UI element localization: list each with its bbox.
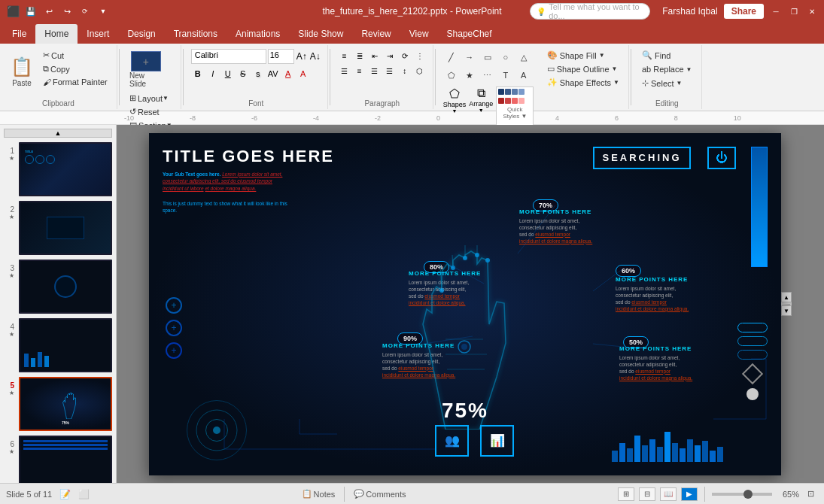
shape-fill-button[interactable]: 🎨 Shape Fill ▼ <box>544 49 622 62</box>
repeat-icon[interactable]: ⟳ <box>78 5 92 18</box>
slide-canvas[interactable]: TITLE GOES HERE Your Sub Text goes here.… <box>149 133 781 475</box>
tab-view[interactable]: View <box>400 24 438 44</box>
align-center-button[interactable]: ≡ <box>353 64 366 77</box>
restore-button[interactable]: ❐ <box>788 5 800 17</box>
star-shape-btn[interactable]: ★ <box>461 67 478 83</box>
charspacing-button[interactable]: AV <box>266 67 280 80</box>
pill-1 <box>737 323 768 332</box>
right-pill-stack <box>737 323 768 400</box>
find-button[interactable]: 🔍 Find <box>639 49 673 62</box>
shape-outline-button[interactable]: ▭ Shape Outline ▼ <box>544 62 622 75</box>
circle-shape-btn[interactable]: ○ <box>497 49 514 65</box>
scroll-down-arrow[interactable]: ▼ <box>781 305 792 316</box>
redo-icon[interactable]: ↪ <box>60 5 74 18</box>
text-direction-button[interactable]: ⟳ <box>398 49 412 62</box>
reading-view-button[interactable]: 📖 <box>660 487 677 501</box>
pentagon-shape-btn[interactable]: ⬠ <box>443 67 460 83</box>
new-slide-button[interactable]: + New Slide <box>127 49 165 90</box>
slide-thumb-5[interactable]: 5 ★ 75% <box>4 377 112 431</box>
slide-thumb-4[interactable]: 4 ★ <box>4 318 112 372</box>
comments-button[interactable]: 💬 Comments <box>350 487 409 500</box>
slide-thumb-1[interactable]: 1 ★ TITLE <box>4 142 112 196</box>
quick-styles-button[interactable]: QuickStyles ▼ <box>496 87 534 128</box>
textcolor-button[interactable]: A <box>296 67 310 80</box>
replace-button[interactable]: ab Replace ▼ <box>639 63 695 75</box>
select-button[interactable]: ⊹ Select ▼ <box>639 77 686 90</box>
scroll-up-arrow[interactable]: ▲ <box>781 292 792 302</box>
svg-point-9 <box>439 288 444 293</box>
customize-icon[interactable]: ▼ <box>96 5 110 18</box>
vertical-scrollbar[interactable]: ▲ ▼ <box>781 292 792 316</box>
numbering-button[interactable]: ≣ <box>353 49 366 62</box>
slide-thumb-6[interactable]: 6 ★ <box>4 436 112 483</box>
font-name-dropdown[interactable]: Calibri <box>191 49 266 64</box>
tab-home[interactable]: Home <box>35 24 78 44</box>
share-button[interactable]: Share <box>724 4 764 19</box>
tab-design[interactable]: Design <box>118 24 164 44</box>
format-painter-button[interactable]: 🖌 Format Painter <box>40 76 111 88</box>
smartart-convert-button[interactable]: ⬡ <box>413 64 427 77</box>
normal-view-button[interactable]: ⊞ <box>618 487 634 501</box>
arrow-shape-btn[interactable]: → <box>461 49 478 65</box>
reset-button[interactable]: ↺ Reset <box>127 106 162 117</box>
slideshow-button[interactable]: ▶ <box>681 487 698 501</box>
shape-fill-dropdown-icon: ▼ <box>599 52 605 59</box>
qs-swatch-3 <box>512 89 518 95</box>
notes-button[interactable]: 📋 Notes <box>298 487 339 500</box>
tab-review[interactable]: Review <box>352 24 400 44</box>
arrange-button[interactable]: ⧉ Arrange ▼ <box>469 87 493 128</box>
tell-me-input[interactable]: 💡 Tell me what you want to do... <box>530 3 650 20</box>
underline-button[interactable]: U <box>221 67 235 80</box>
bullets-button[interactable]: ≡ <box>338 49 351 62</box>
shape-outline-icon: ▭ <box>547 64 555 74</box>
font-size-dropdown[interactable]: 16 <box>268 49 294 64</box>
paste-button[interactable]: 📋 Paste <box>6 49 38 94</box>
zoom-thumb[interactable] <box>743 490 753 499</box>
tab-animations[interactable]: Animations <box>227 24 289 44</box>
italic-button[interactable]: I <box>206 67 220 80</box>
slide-panel: ▲ 1 ★ TITLE 2 ★ <box>0 125 117 483</box>
shape-effects-icon: ✨ <box>547 77 558 87</box>
undo-icon[interactable]: ↩ <box>42 5 56 18</box>
align-left-button[interactable]: ☰ <box>338 64 351 77</box>
layout-button[interactable]: ⊞ Layout ▼ <box>127 93 171 104</box>
minimize-button[interactable]: ─ <box>770 5 782 17</box>
bold-button[interactable]: B <box>191 67 205 80</box>
align-right-button[interactable]: ☰ <box>368 64 382 77</box>
cut-button[interactable]: ✂ Cut <box>40 49 111 62</box>
fit-slide-button[interactable]: ⊡ <box>804 487 818 500</box>
shape-effects-button[interactable]: ✨ Shape Effects ▼ <box>544 76 622 89</box>
indent-decrease-button[interactable]: ⇤ <box>368 49 382 62</box>
tab-insert[interactable]: Insert <box>78 24 118 44</box>
strikethrough-button[interactable]: S <box>236 67 250 80</box>
tab-slideshow[interactable]: Slide Show <box>289 24 352 44</box>
text-align-cols-button[interactable]: ⋮ <box>413 49 427 62</box>
wordart-shape-btn[interactable]: A <box>515 67 532 83</box>
line-spacing-button[interactable]: ↕ <box>398 64 412 77</box>
close-button[interactable]: ✕ <box>806 5 818 17</box>
shadow-button[interactable]: s <box>251 67 265 80</box>
decrease-font-size-button[interactable]: A↓ <box>309 50 321 62</box>
textbox-shape-btn[interactable]: T <box>497 67 514 83</box>
fontcolor-button[interactable]: A <box>281 67 295 80</box>
tab-shapechef[interactable]: ShapeChef <box>438 24 501 44</box>
slide-sorter-button[interactable]: ⊟ <box>639 487 655 501</box>
more-shapes-btn[interactable]: ⋯ <box>479 67 496 83</box>
save-icon[interactable]: 💾 <box>24 5 38 18</box>
tab-file[interactable]: File <box>3 24 35 44</box>
shapes-button[interactable]: ⬠ Shapes ▼ <box>443 87 467 128</box>
find-icon: 🔍 <box>642 50 652 60</box>
line-shape-btn[interactable]: ╱ <box>443 49 460 65</box>
tab-transitions[interactable]: Transitions <box>165 24 227 44</box>
copy-button[interactable]: ⧉ Copy <box>40 62 111 75</box>
rect-shape-btn[interactable]: ▭ <box>479 49 496 65</box>
increase-font-size-button[interactable]: A↑ <box>296 50 308 62</box>
zoom-slider[interactable] <box>712 493 772 496</box>
slide-thumb-2[interactable]: 2 ★ <box>4 201 112 255</box>
align-justify-button[interactable]: ☰ <box>383 64 397 77</box>
panel-scroll-up[interactable]: ▲ <box>4 129 112 138</box>
scroll-thumb[interactable] <box>783 304 790 305</box>
indent-increase-button[interactable]: ⇥ <box>383 49 397 62</box>
triangle-shape-btn[interactable]: △ <box>515 49 532 65</box>
slide-thumb-3[interactable]: 3 ★ <box>4 260 112 314</box>
